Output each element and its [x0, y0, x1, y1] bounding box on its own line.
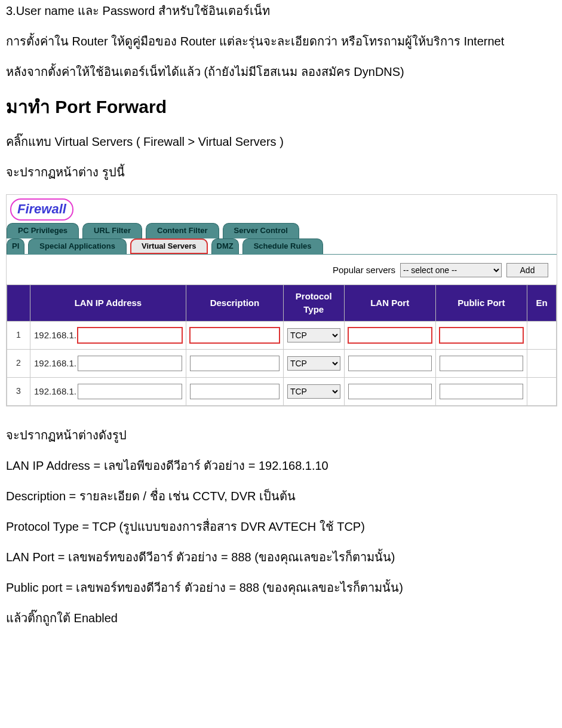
public-port-input[interactable]: [440, 384, 524, 399]
lan-ip-prefix: 192.168.1.: [34, 357, 76, 370]
lan-ip-prefix: 192.168.1.: [34, 385, 76, 398]
description-input[interactable]: [190, 384, 280, 399]
public-port-input[interactable]: [440, 328, 524, 343]
outro-line-6: Public port = เลขพอร์ทของดีวีอาร์ ตัวอย่…: [6, 579, 556, 597]
instruction-appear: จะปรากฏหน้าต่าง รูปนี้: [6, 164, 556, 181]
col-lan-ip: LAN IP Address: [30, 285, 186, 322]
table-row: 1192.168.1.TCP: [7, 321, 557, 349]
popular-servers-toolbar: Popular servers -- select one -- Add: [7, 255, 557, 285]
protocol-type-select[interactable]: TCP: [287, 384, 340, 399]
section-heading-port-forward: มาทำ Port Forward: [6, 94, 556, 120]
tab-content-filter[interactable]: Content Filter: [146, 223, 219, 238]
instruction-click-tab: คลิ๊กแทบ Virtual Servers ( Firewall > Vi…: [6, 133, 556, 151]
lan-ip-suffix-input[interactable]: [78, 384, 182, 399]
intro-line-3: หลังจากตั้งค่าให้ใช้อินเตอร์เน็ทได้แล้ว …: [6, 63, 556, 81]
outro-line-3: Description = รายละเอียด / ชื่อ เช่น CCT…: [6, 488, 556, 505]
description-input[interactable]: [190, 328, 280, 343]
outro-line-7: แล้วติ๊กถูกใต้ Enabled: [6, 610, 556, 627]
outro-line-1: จะปรากฏหน้าต่างดังรูป: [6, 427, 556, 444]
outro-line-4: Protocol Type = TCP (รูปแบบของการสื่อสาร…: [6, 518, 556, 536]
outro-line-2: LAN IP Address = เลขไอพีของดีวีอาร์ ตัวอ…: [6, 457, 556, 475]
enabled-cell: [527, 321, 557, 349]
row-number: 1: [7, 321, 30, 349]
enabled-cell: [527, 349, 557, 377]
popular-servers-label: Popular servers: [333, 264, 395, 277]
tab-url-filter[interactable]: URL Filter: [82, 223, 142, 238]
firewall-badge: Firewall: [10, 198, 73, 221]
enabled-cell: [527, 377, 557, 405]
lan-ip-prefix: 192.168.1.: [34, 329, 76, 342]
tab-pi[interactable]: PI: [7, 238, 24, 254]
intro-line-1: 3.User name และ Password สำหรับใช้อินเตอ…: [6, 2, 556, 20]
tab-server-control[interactable]: Server Control: [223, 223, 299, 238]
col-description: Description: [186, 285, 283, 322]
popular-servers-select[interactable]: -- select one --: [400, 263, 502, 277]
router-screenshot: Firewall PC Privileges URL Filter Conten…: [6, 194, 557, 406]
public-port-input[interactable]: [440, 356, 524, 371]
add-button[interactable]: Add: [506, 263, 548, 277]
tabs-row-1: PC Privileges URL Filter Content Filter …: [7, 223, 557, 238]
col-public-port: Public Port: [435, 285, 527, 322]
description-input[interactable]: [190, 356, 280, 371]
protocol-type-select[interactable]: TCP: [287, 356, 340, 371]
protocol-type-select[interactable]: TCP: [287, 328, 340, 342]
tabs-row-2: PI Special Applications Virtual Servers …: [7, 238, 557, 254]
col-enabled: En: [527, 285, 557, 322]
lan-ip-suffix-input[interactable]: [78, 356, 182, 371]
outro-line-5: LAN Port = เลขพอร์ทของดีวีอาร์ ตัวอย่าง …: [6, 549, 556, 566]
tab-schedule-rules[interactable]: Schedule Rules: [242, 238, 323, 254]
row-number: 3: [7, 377, 30, 405]
lan-port-input[interactable]: [348, 384, 432, 399]
lan-ip-suffix-input[interactable]: [78, 328, 182, 343]
lan-port-input[interactable]: [348, 328, 432, 343]
row-number: 2: [7, 349, 30, 377]
intro-line-2: การตั้งค่าใน Router ให้ดูคู่มือของ Route…: [6, 33, 556, 50]
table-row: 3192.168.1.TCP: [7, 377, 557, 405]
tab-dmz[interactable]: DMZ: [211, 238, 239, 254]
table-row: 2192.168.1.TCP: [7, 349, 557, 377]
tab-special-applications[interactable]: Special Applications: [28, 238, 127, 254]
tab-virtual-servers[interactable]: Virtual Servers: [130, 238, 208, 254]
tab-pc-privileges[interactable]: PC Privileges: [7, 223, 79, 238]
col-lan-port: LAN Port: [344, 285, 435, 322]
virtual-servers-table: LAN IP Address Description Protocol Type…: [7, 285, 557, 406]
lan-port-input[interactable]: [348, 356, 432, 371]
col-protocol-type: Protocol Type: [283, 285, 344, 322]
